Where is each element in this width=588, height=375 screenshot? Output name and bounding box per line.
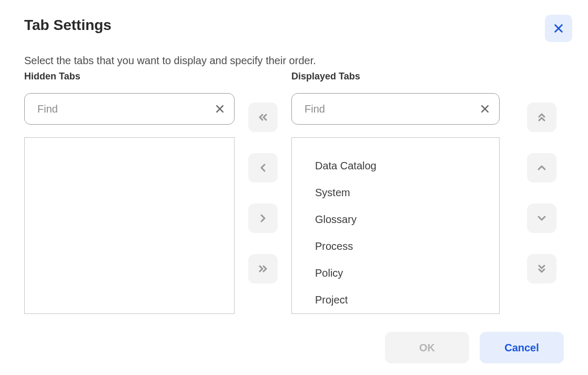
clear-icon <box>215 104 225 114</box>
displayed-search-input[interactable] <box>291 93 500 125</box>
list-item[interactable]: Glossary <box>292 206 499 233</box>
double-chevron-up-icon <box>535 111 548 124</box>
chevron-up-icon <box>535 161 548 174</box>
close-icon <box>553 23 564 34</box>
close-button[interactable] <box>545 15 572 42</box>
displayed-tabs-column: Displayed Tabs Data CatalogSystemGlossar… <box>291 71 500 314</box>
chevron-down-icon <box>535 212 548 225</box>
double-chevron-down-icon <box>535 262 548 275</box>
hidden-search-clear[interactable] <box>212 102 227 116</box>
displayed-search-wrapper <box>291 93 500 125</box>
move-top-button[interactable] <box>527 103 556 132</box>
hidden-tabs-listbox[interactable] <box>24 137 235 314</box>
list-item[interactable]: Project <box>292 287 499 313</box>
hidden-search-wrapper <box>24 93 235 125</box>
tab-settings-dialog: Tab Settings Select the tabs that you wa… <box>0 0 588 375</box>
move-all-right-button[interactable] <box>248 254 278 283</box>
reorder-arrow-column <box>500 71 556 314</box>
move-up-button[interactable] <box>527 153 556 183</box>
displayed-tabs-label: Displayed Tabs <box>291 71 500 84</box>
double-chevron-left-icon <box>257 111 269 124</box>
list-item[interactable]: Process <box>292 233 499 260</box>
move-arrow-column <box>235 71 291 314</box>
dialog-title: Tab Settings <box>24 17 564 34</box>
dialog-footer: OK Cancel <box>385 332 564 363</box>
move-down-button[interactable] <box>527 204 556 233</box>
move-all-left-button[interactable] <box>248 103 278 132</box>
displayed-tabs-listbox[interactable]: Data CatalogSystemGlossaryProcessPolicyP… <box>291 137 500 314</box>
chevron-right-icon <box>257 212 269 225</box>
move-left-button[interactable] <box>248 153 278 183</box>
double-chevron-right-icon <box>257 262 269 275</box>
hidden-tabs-label: Hidden Tabs <box>24 71 235 84</box>
ok-button[interactable]: OK <box>385 332 469 363</box>
chevron-left-icon <box>257 161 269 174</box>
hidden-tabs-column: Hidden Tabs <box>24 71 235 314</box>
displayed-search-clear[interactable] <box>478 102 492 116</box>
list-item[interactable]: Data Catalog <box>292 153 499 179</box>
list-item[interactable]: Policy <box>292 260 499 287</box>
hidden-search-input[interactable] <box>24 93 235 125</box>
clear-icon <box>480 104 490 114</box>
cancel-button[interactable]: Cancel <box>480 332 564 363</box>
list-item[interactable]: System <box>292 179 499 206</box>
move-bottom-button[interactable] <box>527 254 556 283</box>
dual-list-container: Hidden Tabs <box>24 71 564 314</box>
instruction-text: Select the tabs that you want to display… <box>24 55 564 67</box>
move-right-button[interactable] <box>248 204 278 233</box>
